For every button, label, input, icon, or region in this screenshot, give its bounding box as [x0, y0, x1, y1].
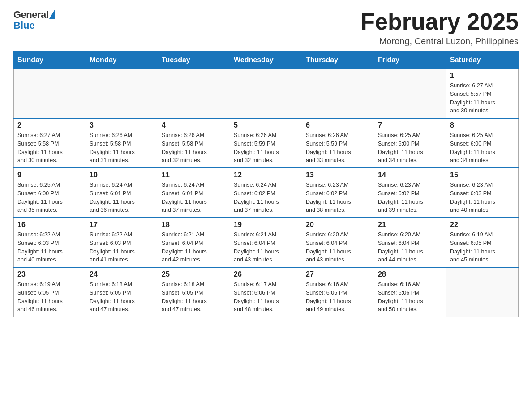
- day-info: Sunrise: 6:20 AM Sunset: 6:04 PM Dayligh…: [306, 231, 370, 264]
- calendar-cell: [230, 69, 302, 119]
- day-info: Sunrise: 6:20 AM Sunset: 6:04 PM Dayligh…: [378, 231, 442, 264]
- day-info: Sunrise: 6:19 AM Sunset: 6:05 PM Dayligh…: [17, 280, 82, 314]
- day-number: 10: [90, 171, 154, 179]
- title-section: February 2025 Morong, Central Luzon, Phi…: [360, 9, 519, 47]
- day-info: Sunrise: 6:24 AM Sunset: 6:01 PM Dayligh…: [162, 181, 226, 214]
- calendar-cell: 21Sunrise: 6:20 AM Sunset: 6:04 PM Dayli…: [374, 218, 446, 267]
- calendar-cell: 14Sunrise: 6:23 AM Sunset: 6:02 PM Dayli…: [374, 168, 446, 218]
- calendar-cell: 15Sunrise: 6:23 AM Sunset: 6:03 PM Dayli…: [446, 168, 519, 218]
- day-number: 20: [306, 221, 370, 229]
- calendar-cell: 12Sunrise: 6:24 AM Sunset: 6:02 PM Dayli…: [230, 168, 302, 218]
- calendar-header-row: SundayMondayTuesdayWednesdayThursdayFrid…: [14, 51, 519, 69]
- day-info: Sunrise: 6:19 AM Sunset: 6:05 PM Dayligh…: [450, 231, 515, 264]
- day-number: 21: [378, 221, 442, 229]
- calendar-cell: 28Sunrise: 6:16 AM Sunset: 6:06 PM Dayli…: [374, 267, 446, 317]
- calendar-cell: 4Sunrise: 6:26 AM Sunset: 5:58 PM Daylig…: [158, 118, 230, 168]
- calendar-cell: 8Sunrise: 6:25 AM Sunset: 6:00 PM Daylig…: [446, 118, 519, 168]
- day-info: Sunrise: 6:18 AM Sunset: 6:05 PM Dayligh…: [90, 280, 154, 314]
- day-header-tuesday: Tuesday: [158, 51, 230, 69]
- day-info: Sunrise: 6:25 AM Sunset: 6:00 PM Dayligh…: [17, 181, 82, 214]
- day-info: Sunrise: 6:25 AM Sunset: 6:00 PM Dayligh…: [450, 131, 515, 165]
- calendar-cell: 16Sunrise: 6:22 AM Sunset: 6:03 PM Dayli…: [14, 218, 86, 267]
- day-number: 17: [90, 221, 154, 229]
- calendar-week-row: 1Sunrise: 6:27 AM Sunset: 5:57 PM Daylig…: [14, 69, 519, 119]
- day-header-saturday: Saturday: [446, 51, 519, 69]
- day-info: Sunrise: 6:26 AM Sunset: 5:59 PM Dayligh…: [306, 131, 370, 165]
- calendar-cell: [302, 69, 374, 119]
- day-number: 1: [450, 72, 515, 80]
- day-info: Sunrise: 6:25 AM Sunset: 6:00 PM Dayligh…: [378, 131, 442, 165]
- day-info: Sunrise: 6:21 AM Sunset: 6:04 PM Dayligh…: [162, 231, 226, 264]
- day-number: 19: [234, 221, 298, 229]
- day-number: 5: [234, 121, 298, 129]
- calendar-cell: 25Sunrise: 6:18 AM Sunset: 6:05 PM Dayli…: [158, 267, 230, 317]
- day-info: Sunrise: 6:23 AM Sunset: 6:02 PM Dayligh…: [378, 181, 442, 214]
- day-info: Sunrise: 6:26 AM Sunset: 5:58 PM Dayligh…: [90, 131, 154, 165]
- day-number: 16: [17, 221, 82, 229]
- day-info: Sunrise: 6:21 AM Sunset: 6:04 PM Dayligh…: [234, 231, 298, 264]
- day-header-friday: Friday: [374, 51, 446, 69]
- day-info: Sunrise: 6:26 AM Sunset: 5:59 PM Dayligh…: [234, 131, 298, 165]
- day-number: 23: [17, 270, 82, 278]
- calendar-cell: 10Sunrise: 6:24 AM Sunset: 6:01 PM Dayli…: [86, 168, 158, 218]
- day-number: 26: [234, 270, 298, 278]
- day-info: Sunrise: 6:17 AM Sunset: 6:06 PM Dayligh…: [234, 280, 298, 314]
- day-number: 4: [162, 121, 226, 129]
- calendar-cell: 2Sunrise: 6:27 AM Sunset: 5:58 PM Daylig…: [14, 118, 86, 168]
- calendar-cell: [86, 69, 158, 119]
- calendar-table: SundayMondayTuesdayWednesdayThursdayFrid…: [13, 51, 519, 317]
- calendar-cell: 6Sunrise: 6:26 AM Sunset: 5:59 PM Daylig…: [302, 118, 374, 168]
- day-number: 27: [306, 270, 370, 278]
- calendar-cell: 20Sunrise: 6:20 AM Sunset: 6:04 PM Dayli…: [302, 218, 374, 267]
- day-header-wednesday: Wednesday: [230, 51, 302, 69]
- calendar-cell: 7Sunrise: 6:25 AM Sunset: 6:00 PM Daylig…: [374, 118, 446, 168]
- day-info: Sunrise: 6:23 AM Sunset: 6:03 PM Dayligh…: [450, 181, 515, 214]
- day-number: 2: [17, 121, 82, 129]
- day-header-monday: Monday: [86, 51, 158, 69]
- calendar-cell: 22Sunrise: 6:19 AM Sunset: 6:05 PM Dayli…: [446, 218, 519, 267]
- day-header-thursday: Thursday: [302, 51, 374, 69]
- calendar-cell: 27Sunrise: 6:16 AM Sunset: 6:06 PM Dayli…: [302, 267, 374, 317]
- day-info: Sunrise: 6:27 AM Sunset: 5:57 PM Dayligh…: [450, 81, 515, 115]
- calendar-week-row: 2Sunrise: 6:27 AM Sunset: 5:58 PM Daylig…: [14, 118, 519, 168]
- day-number: 15: [450, 171, 515, 179]
- calendar-cell: 1Sunrise: 6:27 AM Sunset: 5:57 PM Daylig…: [446, 69, 519, 119]
- day-number: 25: [162, 270, 226, 278]
- calendar-cell: 17Sunrise: 6:22 AM Sunset: 6:03 PM Dayli…: [86, 218, 158, 267]
- day-info: Sunrise: 6:18 AM Sunset: 6:05 PM Dayligh…: [162, 280, 226, 314]
- calendar-week-row: 23Sunrise: 6:19 AM Sunset: 6:05 PM Dayli…: [14, 267, 519, 317]
- calendar-cell: 24Sunrise: 6:18 AM Sunset: 6:05 PM Dayli…: [86, 267, 158, 317]
- day-number: 18: [162, 221, 226, 229]
- calendar-cell: [446, 267, 519, 317]
- calendar-cell: 19Sunrise: 6:21 AM Sunset: 6:04 PM Dayli…: [230, 218, 302, 267]
- day-info: Sunrise: 6:26 AM Sunset: 5:58 PM Dayligh…: [162, 131, 226, 165]
- day-number: 9: [17, 171, 82, 179]
- day-info: Sunrise: 6:22 AM Sunset: 6:03 PM Dayligh…: [17, 231, 82, 264]
- month-title: February 2025: [360, 9, 519, 34]
- day-info: Sunrise: 6:24 AM Sunset: 6:02 PM Dayligh…: [234, 181, 298, 214]
- logo: General Blue: [13, 9, 55, 31]
- calendar-cell: 9Sunrise: 6:25 AM Sunset: 6:00 PM Daylig…: [14, 168, 86, 218]
- day-number: 12: [234, 171, 298, 179]
- day-number: 7: [378, 121, 442, 129]
- logo-triangle-icon: [49, 10, 55, 19]
- day-number: 8: [450, 121, 515, 129]
- day-info: Sunrise: 6:16 AM Sunset: 6:06 PM Dayligh…: [306, 280, 370, 314]
- calendar-week-row: 9Sunrise: 6:25 AM Sunset: 6:00 PM Daylig…: [14, 168, 519, 218]
- day-number: 11: [162, 171, 226, 179]
- calendar-cell: [374, 69, 446, 119]
- logo-general-text: General: [13, 9, 48, 21]
- day-number: 14: [378, 171, 442, 179]
- logo-blue-text: Blue: [13, 20, 35, 31]
- page-header: General Blue February 2025 Morong, Centr…: [13, 9, 519, 47]
- calendar-cell: 11Sunrise: 6:24 AM Sunset: 6:01 PM Dayli…: [158, 168, 230, 218]
- day-info: Sunrise: 6:24 AM Sunset: 6:01 PM Dayligh…: [90, 181, 154, 214]
- calendar-cell: 18Sunrise: 6:21 AM Sunset: 6:04 PM Dayli…: [158, 218, 230, 267]
- day-info: Sunrise: 6:22 AM Sunset: 6:03 PM Dayligh…: [90, 231, 154, 264]
- location-title: Morong, Central Luzon, Philippines: [360, 36, 519, 47]
- calendar-cell: [14, 69, 86, 119]
- day-number: 13: [306, 171, 370, 179]
- day-number: 3: [90, 121, 154, 129]
- calendar-cell: 13Sunrise: 6:23 AM Sunset: 6:02 PM Dayli…: [302, 168, 374, 218]
- day-info: Sunrise: 6:16 AM Sunset: 6:06 PM Dayligh…: [378, 280, 442, 314]
